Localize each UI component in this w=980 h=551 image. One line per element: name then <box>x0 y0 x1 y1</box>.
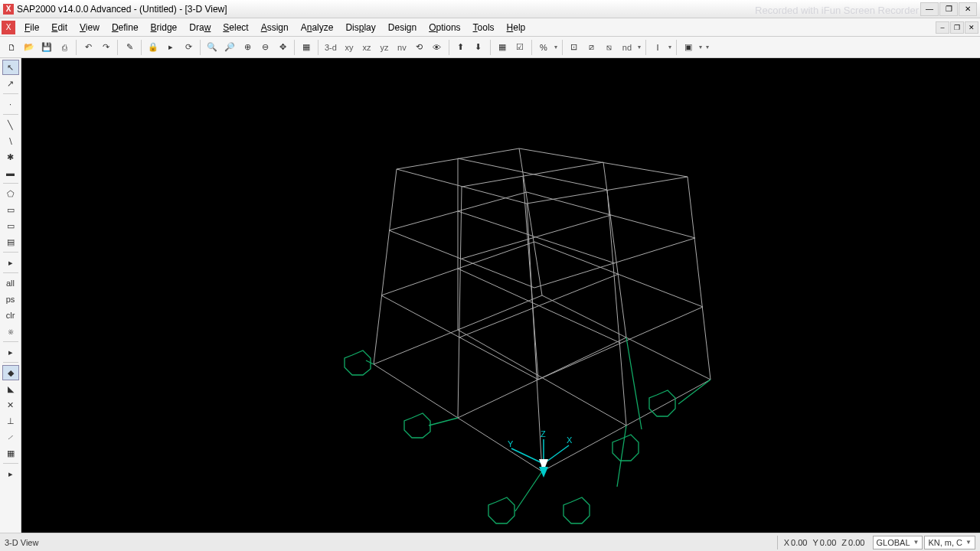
draw-cable-icon[interactable]: ✱ <box>2 149 19 165</box>
select-clr-button[interactable]: clr <box>2 308 19 323</box>
menu-display[interactable]: Display <box>339 21 381 34</box>
units-select[interactable]: KN, m, C ▼ <box>924 536 975 549</box>
draw-quick-rect-icon[interactable]: ▭ <box>2 218 19 233</box>
pointer-tool-icon[interactable]: ↖ <box>2 60 19 75</box>
undo-icon[interactable]: ↶ <box>80 39 96 56</box>
titlebar: X SAP2000 v14.0.0 Advanced - (Untitled) … <box>0 0 980 18</box>
mdi-close[interactable]: ✕ <box>965 21 978 34</box>
expand-tool-2-icon[interactable]: ▸ <box>2 344 19 360</box>
snap-grid-icon[interactable]: ▦ <box>2 445 19 461</box>
snap-lines-icon[interactable]: ⧄ <box>583 39 600 56</box>
draw-area-icon[interactable]: ▬ <box>2 165 19 181</box>
menu-bridge[interactable]: Bridge <box>145 21 184 34</box>
units-value: KN, m, C <box>928 538 962 547</box>
menu-analyze[interactable]: Analyze <box>295 21 340 34</box>
draw-rect-icon[interactable]: ▭ <box>2 202 19 217</box>
zoom-out-icon[interactable]: 🔎 <box>221 39 238 56</box>
menu-select[interactable]: Select <box>217 21 254 34</box>
view-nv-button[interactable]: nv <box>394 39 410 56</box>
menu-file[interactable]: File <box>18 21 45 34</box>
zoom-in-icon[interactable]: 🔍 <box>204 39 220 56</box>
mdi-minimize[interactable]: – <box>936 21 949 34</box>
select-int-icon[interactable]: ⨳ <box>2 324 19 339</box>
view-xz-button[interactable]: xz <box>358 39 375 56</box>
snap-line-icon[interactable]: ⟋ <box>2 429 19 445</box>
snap-edges-icon[interactable]: ⧅ <box>601 39 618 56</box>
snap-int-icon[interactable]: ✕ <box>2 397 19 412</box>
view-3d-button[interactable]: 3-d <box>322 39 340 56</box>
menu-help[interactable]: Help <box>501 21 532 34</box>
svg-line-17 <box>458 211 615 263</box>
coord-z-value: 0.00 <box>848 538 864 547</box>
svg-text:Y: Y <box>508 439 514 448</box>
mdi-restore[interactable]: ❐ <box>950 21 964 34</box>
coord-system-select[interactable]: GLOBAL ▼ <box>873 536 923 549</box>
app-menu-icon[interactable]: X <box>2 21 15 34</box>
menu-define[interactable]: Define <box>106 21 145 34</box>
up-arrow-icon[interactable]: ⬆ <box>452 39 469 56</box>
run-analysis-icon[interactable]: ▸ <box>162 39 179 56</box>
snap-points-icon[interactable]: ⊡ <box>566 39 583 56</box>
view-yz-button[interactable]: yz <box>376 39 393 56</box>
toolbar-dropdown-b[interactable]: ▾ <box>697 44 704 51</box>
snap-perp-icon[interactable]: ⊥ <box>2 413 19 429</box>
coord-x-label: X <box>784 538 789 547</box>
reshape-tool-icon[interactable]: ↗ <box>2 76 19 91</box>
open-file-icon[interactable]: 📂 <box>21 39 38 56</box>
perspective-icon[interactable]: ⟲ <box>411 39 428 56</box>
section-isometric-icon[interactable]: I <box>649 39 666 56</box>
menu-tools[interactable]: Tools <box>467 21 501 34</box>
expand-tool-icon[interactable]: ▸ <box>2 255 19 270</box>
statusbar: 3-D View X0.00 Y0.00 Z0.00 GLOBAL ▼ KN, … <box>0 533 980 551</box>
draw-toolbar: ↖ ↗ · ╲ ∖ ✱ ▬ ⬠ ▭ ▭ ▤ ▸ all ps clr ⨳ ▸ ◆… <box>0 58 21 533</box>
recorder-watermark: Recorded with iFun Screen Recorder <box>755 5 919 16</box>
snap-joint-icon[interactable]: ◆ <box>2 365 19 380</box>
draw-section-icon[interactable]: ▤ <box>2 234 19 249</box>
menu-draw[interactable]: Draw <box>183 21 217 34</box>
expand-tool-3-icon[interactable]: ▸ <box>2 466 19 481</box>
snap-nd-button[interactable]: nd <box>619 39 635 56</box>
svg-line-32 <box>523 176 538 380</box>
save-file-icon[interactable]: 💾 <box>38 39 55 56</box>
menu-edit[interactable]: Edit <box>45 21 74 34</box>
view-xy-button[interactable]: xy <box>341 39 358 56</box>
toolbar-dropdown-a[interactable]: ▾ <box>667 44 673 51</box>
percent-icon[interactable]: % <box>535 39 552 56</box>
toolbar-overflow-3[interactable]: ▾ <box>704 44 710 51</box>
close-button[interactable]: ✕ <box>959 2 977 16</box>
svg-marker-36 <box>404 413 430 438</box>
select-ps-button[interactable]: ps <box>2 292 19 307</box>
menu-view[interactable]: View <box>74 21 106 34</box>
zoom-previous-icon[interactable]: ⊖ <box>256 39 273 56</box>
new-file-icon[interactable]: 🗋 <box>3 39 20 56</box>
redo-icon[interactable]: ↷ <box>97 39 114 56</box>
pan-icon[interactable]: ✥ <box>274 39 291 56</box>
toolbar-overflow-2[interactable]: ▾ <box>636 44 642 51</box>
snap-midpoint-icon[interactable]: ◣ <box>2 381 19 396</box>
refresh-icon[interactable]: ✎ <box>121 39 138 56</box>
draw-frame-icon[interactable]: ∖ <box>2 133 19 148</box>
check-icon[interactable]: ☑ <box>511 39 528 56</box>
print-icon[interactable]: ⎙ <box>56 39 73 56</box>
object-view-icon[interactable]: 👁 <box>429 39 446 56</box>
svg-line-23 <box>458 158 607 190</box>
coord-x-value: 0.00 <box>791 538 807 547</box>
select-all-button[interactable]: all <box>2 276 19 291</box>
zoom-extents-icon[interactable]: ⊕ <box>239 39 256 56</box>
toolbar-overflow-1[interactable]: ▾ <box>553 44 559 51</box>
rotate-3d-icon[interactable]: ⟳ <box>180 39 197 56</box>
menu-options[interactable]: Options <box>423 21 466 34</box>
show-undeformed-icon[interactable]: ▦ <box>494 39 511 56</box>
maximize-button[interactable]: ❐ <box>939 2 958 16</box>
down-arrow-icon[interactable]: ⬇ <box>470 39 487 56</box>
draw-line-icon[interactable]: ╲ <box>2 117 19 132</box>
draw-poly-icon[interactable]: ⬠ <box>2 186 19 201</box>
set-display-icon[interactable]: ▦ <box>298 39 315 56</box>
menu-assign[interactable]: Assign <box>255 21 295 34</box>
window-layout-icon[interactable]: ▣ <box>680 39 697 56</box>
menu-design[interactable]: Design <box>382 21 423 34</box>
minimize-button[interactable]: — <box>920 2 939 16</box>
viewport-3d[interactable]: Y X Z <box>21 58 980 533</box>
draw-point-icon[interactable]: · <box>2 96 19 112</box>
lock-icon[interactable]: 🔒 <box>145 39 162 56</box>
